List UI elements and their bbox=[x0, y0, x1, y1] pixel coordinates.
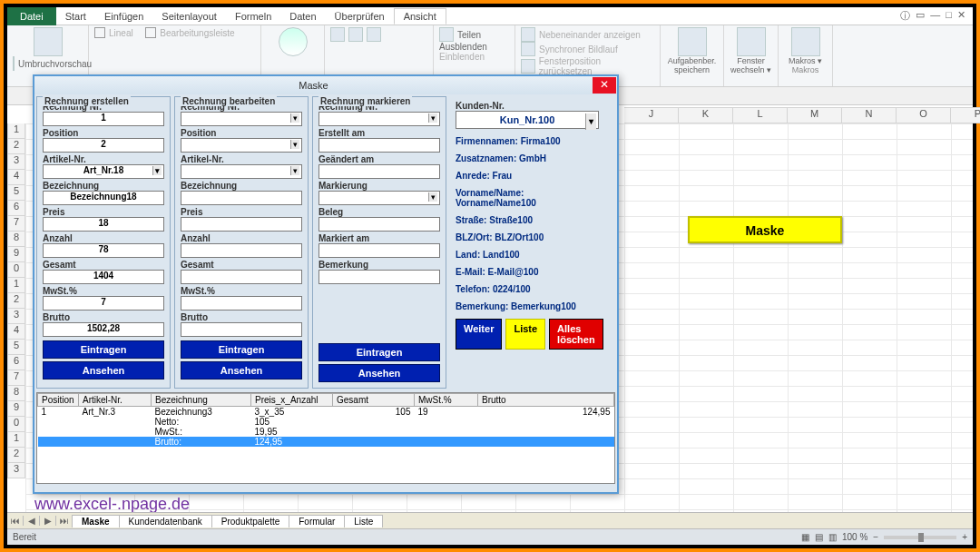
alles-loeschen-button[interactable]: Alles löschen bbox=[549, 319, 603, 350]
row-header[interactable]: 3 bbox=[7, 154, 25, 170]
col-header[interactable]: K bbox=[679, 107, 733, 123]
col-header[interactable]: P bbox=[951, 107, 980, 123]
row-header[interactable]: 4 bbox=[7, 170, 25, 185]
window-close-icon[interactable]: ✕ bbox=[957, 9, 965, 23]
beleg-input[interactable] bbox=[318, 217, 440, 232]
table-cell[interactable] bbox=[79, 417, 152, 427]
tab-start[interactable]: Start bbox=[56, 9, 95, 24]
sheet-tab-formular[interactable]: Formular bbox=[289, 515, 345, 527]
table-cell[interactable]: 3_x_35 bbox=[251, 407, 333, 418]
th-bezeichnung[interactable]: Bezeichnung bbox=[152, 394, 251, 407]
row-header[interactable]: 2 bbox=[7, 448, 25, 463]
file-tab[interactable]: Datei bbox=[7, 7, 56, 25]
col-header[interactable]: L bbox=[733, 107, 788, 123]
table-cell[interactable]: MwSt.: bbox=[152, 427, 251, 437]
row-header[interactable]: 9 bbox=[7, 247, 25, 262]
fwechsel-label[interactable]: Fenster wechseln ▾ bbox=[730, 56, 772, 74]
tab-ueberpruefen[interactable]: Überprüfen bbox=[326, 9, 394, 24]
sheet-nav-next-icon[interactable]: ▶ bbox=[40, 516, 56, 526]
row-header[interactable]: 8 bbox=[7, 386, 25, 401]
sheet-tab-kundendatenbank[interactable]: Kundendatenbank bbox=[119, 515, 212, 527]
row-header[interactable]: 0 bbox=[7, 417, 25, 432]
umbruch-label[interactable]: Umbruchvorschau bbox=[18, 59, 92, 69]
eintragen-button[interactable]: Eintragen bbox=[181, 340, 302, 359]
row-header[interactable]: 2 bbox=[7, 293, 25, 309]
table-cell[interactable] bbox=[38, 427, 79, 437]
dialog-titlebar[interactable]: Maske ✕ bbox=[34, 76, 617, 94]
ansehen-button[interactable]: Ansehen bbox=[43, 361, 164, 380]
row-header[interactable]: 1 bbox=[7, 123, 25, 139]
row-header[interactable]: 7 bbox=[7, 216, 25, 232]
tab-ansicht[interactable]: Ansicht bbox=[394, 8, 446, 25]
th-mwst[interactable]: MwSt.% bbox=[415, 394, 478, 407]
row-header[interactable]: 0 bbox=[7, 262, 25, 278]
th-brutto[interactable]: Brutto bbox=[478, 394, 614, 407]
tab-einfuegen[interactable]: Einfügen bbox=[95, 9, 152, 24]
table-cell[interactable] bbox=[415, 417, 478, 427]
col-header[interactable]: O bbox=[897, 107, 951, 123]
col-header[interactable]: J bbox=[624, 107, 679, 123]
lineal-check[interactable] bbox=[94, 27, 105, 38]
view-break-icon[interactable]: ▥ bbox=[828, 532, 837, 542]
row-header[interactable]: 6 bbox=[7, 355, 25, 370]
save-workspace-icon[interactable] bbox=[678, 27, 707, 56]
table-cell[interactable] bbox=[415, 437, 478, 447]
table-cell[interactable]: Brutto: bbox=[152, 437, 251, 447]
row-header[interactable]: 5 bbox=[7, 185, 25, 201]
erstellt-input[interactable] bbox=[318, 138, 440, 153]
brutto-input[interactable] bbox=[181, 322, 302, 337]
window-min-icon[interactable]: — bbox=[930, 9, 940, 23]
liste-button[interactable]: Liste bbox=[505, 319, 545, 350]
row-header[interactable]: 3 bbox=[7, 463, 25, 478]
zoom-out-icon[interactable]: − bbox=[873, 532, 878, 542]
brutto-input[interactable]: 1502,28 bbox=[43, 322, 164, 337]
col-header[interactable]: N bbox=[842, 107, 897, 123]
row-header[interactable]: 5 bbox=[7, 340, 25, 355]
table-cell[interactable] bbox=[415, 427, 478, 437]
table-cell[interactable]: 1 bbox=[38, 407, 79, 418]
table-cell[interactable] bbox=[38, 417, 79, 427]
ribbon-min-icon[interactable]: ▭ bbox=[916, 9, 925, 23]
makros-label[interactable]: Makros ▾ bbox=[784, 56, 827, 65]
table-cell[interactable]: 124,95 bbox=[478, 407, 614, 418]
anzahl-input[interactable] bbox=[181, 243, 302, 258]
table-cell[interactable] bbox=[333, 427, 415, 437]
tab-seitenlayout[interactable]: Seitenlayout bbox=[152, 9, 226, 24]
normal-view-icon[interactable] bbox=[34, 27, 63, 56]
sheet-nav-first-icon[interactable]: ⏮ bbox=[7, 516, 24, 526]
th-gesamt[interactable]: Gesamt bbox=[333, 394, 415, 407]
view-layout-icon[interactable]: ▤ bbox=[815, 532, 823, 542]
markiert-am-input[interactable] bbox=[318, 243, 440, 258]
col-header[interactable]: M bbox=[788, 107, 842, 123]
preis-input[interactable] bbox=[181, 217, 302, 232]
row-header[interactable]: 1 bbox=[7, 278, 25, 293]
rechnr-input[interactable]: 1 bbox=[43, 112, 164, 126]
table-cell[interactable]: Netto: bbox=[152, 417, 251, 427]
row-header[interactable]: 7 bbox=[7, 370, 25, 386]
kunden-combo[interactable]: Kun_Nr.100 bbox=[456, 111, 599, 129]
mwst-input[interactable] bbox=[181, 296, 302, 310]
help-icon[interactable]: ⓘ bbox=[900, 9, 910, 23]
zoom-slider[interactable] bbox=[884, 536, 956, 539]
th-position[interactable]: Position bbox=[38, 394, 79, 407]
layout-icon[interactable] bbox=[13, 56, 15, 71]
geaendert-input[interactable] bbox=[318, 164, 440, 179]
row-header[interactable]: 4 bbox=[7, 324, 25, 340]
freeze-icon[interactable] bbox=[367, 27, 381, 42]
table-cell[interactable] bbox=[333, 437, 415, 447]
eintragen-button[interactable]: Eintragen bbox=[318, 343, 440, 361]
table-cell[interactable] bbox=[333, 417, 415, 427]
rechnr-combo[interactable] bbox=[318, 112, 440, 126]
ansehen-button[interactable]: Ansehen bbox=[318, 364, 440, 382]
row-header[interactable]: 9 bbox=[7, 401, 25, 417]
table-cell[interactable] bbox=[478, 417, 614, 427]
th-preis-anzahl[interactable]: Preis_x_Anzahl bbox=[251, 394, 333, 407]
split-icon[interactable] bbox=[439, 27, 454, 42]
zoom-icon[interactable] bbox=[279, 27, 308, 56]
bearb-check[interactable] bbox=[145, 27, 156, 38]
artikel-combo[interactable] bbox=[181, 164, 302, 179]
ansehen-button[interactable]: Ansehen bbox=[181, 361, 302, 380]
sheet-nav-last-icon[interactable]: ⏭ bbox=[56, 516, 73, 526]
tab-daten[interactable]: Daten bbox=[280, 9, 325, 24]
th-artikel[interactable]: Artikel-Nr. bbox=[79, 394, 152, 407]
